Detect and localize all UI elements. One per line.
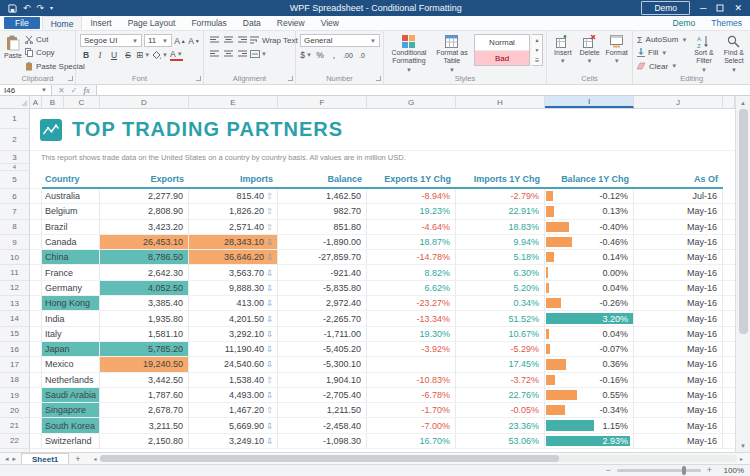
format-as-table-button[interactable]: Format as Table▼ [433, 34, 471, 72]
align-right-icon[interactable] [236, 48, 248, 60]
wrap-text-button[interactable]: Wrap Text [250, 34, 298, 46]
cell-balance-chg[interactable]: 2.93% [545, 434, 634, 449]
cell-balance-chg[interactable]: 3.20% [545, 311, 634, 326]
cell-empty[interactable] [30, 235, 42, 250]
align-center-icon[interactable] [222, 48, 234, 60]
row-header[interactable]: 16 [0, 342, 30, 357]
cell-balance-chg[interactable]: -0.34% [545, 403, 634, 418]
cell-balance[interactable]: 1,904.10 [278, 373, 367, 388]
cell-balance-chg[interactable]: 0.04% [545, 281, 634, 296]
cell-exports-chg[interactable]: -1.70% [367, 403, 456, 418]
cell-balance[interactable]: -2,265.70 [278, 311, 367, 326]
find-select-button[interactable]: Find & Select▼ [720, 34, 747, 72]
cell-imports-chg[interactable]: 5.18% [456, 250, 545, 265]
fill-button[interactable]: Fill▼ [637, 47, 687, 58]
cell-country[interactable]: Mexico [42, 357, 100, 372]
sheet-nav-left-icon[interactable]: ◂ [5, 455, 9, 463]
hscroll-right-icon[interactable]: ▸ [737, 455, 746, 462]
tab-view[interactable]: View [313, 16, 347, 30]
format-cells-button[interactable]: Format▼ [604, 34, 629, 72]
cell-exports[interactable]: 2,277.90 [100, 189, 189, 204]
cell-imports-chg[interactable]: 5.20% [456, 281, 545, 296]
cell-country[interactable]: China [42, 250, 100, 265]
cell-exports[interactable]: 2,808.90 [100, 204, 189, 219]
cell-exports-chg[interactable]: 6.62% [367, 281, 456, 296]
header-balance[interactable]: Balance [278, 171, 367, 189]
row-header[interactable]: 15 [0, 327, 30, 342]
cell-empty[interactable] [723, 265, 735, 280]
grow-font-button[interactable]: A▲ [174, 35, 186, 47]
cell-country[interactable]: Japan [42, 342, 100, 357]
alignment-dialog-launcher-icon[interactable] [288, 76, 293, 81]
hscroll-left-icon[interactable]: ◂ [91, 455, 100, 462]
cell-imports[interactable]: 1,826.20⇧ [189, 204, 278, 219]
cell-empty[interactable] [723, 235, 735, 250]
cell-balance-chg[interactable]: -0.40% [545, 220, 634, 235]
font-color-button[interactable]: A▼ [170, 50, 183, 61]
cell-imports[interactable]: 4,493.00⇩ [189, 388, 278, 403]
strikethrough-button[interactable]: S [122, 49, 134, 61]
cell-imports[interactable]: 28,343.10⇩ [189, 235, 278, 250]
cell-country[interactable]: Singapore [42, 403, 100, 418]
row-header[interactable]: 8 [0, 220, 30, 235]
cell-exports[interactable]: 26,453.10 [100, 235, 189, 250]
cell-imports[interactable]: 36,646.20⇩ [189, 250, 278, 265]
cell-empty[interactable] [30, 403, 42, 418]
align-left-icon[interactable] [208, 48, 220, 60]
column-header-A[interactable]: A [30, 96, 42, 108]
tab-themes[interactable]: Themes [703, 16, 750, 30]
confirm-entry-icon[interactable]: ✓ [71, 86, 78, 95]
row-header[interactable]: 19 [0, 388, 30, 403]
cell-empty[interactable] [723, 204, 735, 219]
cell-empty[interactable] [30, 373, 42, 388]
cell-imports-chg[interactable]: 22.76% [456, 388, 545, 403]
cell-empty[interactable] [30, 204, 42, 219]
cell-empty[interactable] [723, 327, 735, 342]
cell-exports[interactable]: 2,678.70 [100, 403, 189, 418]
cell-exports-chg[interactable]: -10.83% [367, 373, 456, 388]
name-box[interactable]: I46▼ [0, 85, 52, 95]
cell-balance-chg[interactable]: 0.36% [545, 357, 634, 372]
header-exports[interactable]: Exports [100, 171, 189, 189]
cell-exports-chg[interactable]: 19.23% [367, 204, 456, 219]
tab-insert[interactable]: Insert [82, 16, 119, 30]
row-header[interactable]: 22 [0, 434, 30, 449]
cell-exports[interactable]: 3,423.20 [100, 220, 189, 235]
cell-country[interactable]: Netherlands [42, 373, 100, 388]
row-header[interactable]: 13 [0, 296, 30, 311]
row-header[interactable]: 20 [0, 403, 30, 418]
row-header[interactable]: 10 [0, 250, 30, 265]
tab-review[interactable]: Review [269, 16, 313, 30]
formula-input[interactable] [97, 85, 750, 95]
cell-imports[interactable]: 11,190.40⇩ [189, 342, 278, 357]
vertical-scroll-thumb[interactable] [739, 109, 748, 334]
qat-dropdown-icon[interactable]: ▾ [50, 5, 53, 11]
cell-balance[interactable]: 2,972.40 [278, 296, 367, 311]
cell-empty[interactable] [723, 296, 735, 311]
cell-empty[interactable] [30, 342, 42, 357]
cell-country[interactable]: Brazil [42, 220, 100, 235]
cell-exports[interactable]: 3,211.50 [100, 418, 189, 433]
cell-balance[interactable]: -2,458.40 [278, 418, 367, 433]
merge-center-button[interactable]: ▼ [250, 48, 267, 60]
tab-demo[interactable]: Demo [665, 16, 704, 30]
cell-empty[interactable] [30, 418, 42, 433]
cell-imports-chg[interactable]: -2.79% [456, 189, 545, 204]
header-country[interactable]: Country [42, 171, 100, 189]
row-header[interactable]: 7 [0, 204, 30, 219]
row-header[interactable]: 2 [0, 129, 30, 151]
cell-exports-chg[interactable]: -13.34% [367, 311, 456, 326]
cell-balance-chg[interactable]: 0.00% [545, 265, 634, 280]
cell-balance-chg[interactable]: 0.04% [545, 327, 634, 342]
cell-exports-chg[interactable] [367, 357, 456, 372]
decrease-decimal-button[interactable]: .0 [356, 49, 368, 61]
comma-style-button[interactable]: , [328, 49, 340, 61]
cell-empty[interactable] [30, 296, 42, 311]
cell-balance[interactable]: -1,890.00 [278, 235, 367, 250]
cell-balance[interactable]: -27,859.70 [278, 250, 367, 265]
column-header-H[interactable]: H [456, 96, 545, 108]
fill-color-button[interactable]: ▼ [152, 49, 168, 61]
cell-exports-chg[interactable]: -6.78% [367, 388, 456, 403]
cell-as-of[interactable]: May-16 [634, 296, 723, 311]
zoom-in-icon[interactable]: + [707, 466, 712, 475]
